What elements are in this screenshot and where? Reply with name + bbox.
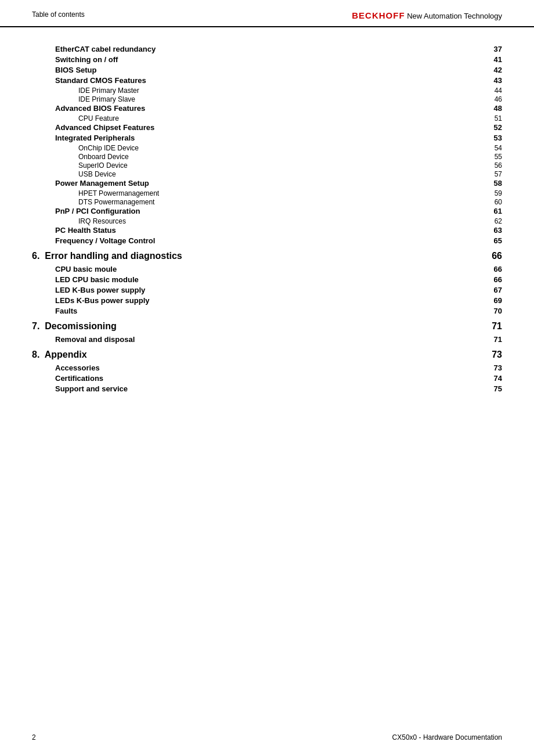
- toc-entry[interactable]: Accessories73: [32, 363, 502, 372]
- toc-entry[interactable]: Onboard Device55: [32, 153, 502, 161]
- page-footer: 2 CX50x0 - Hardware Documentation: [0, 733, 534, 741]
- toc-entry-label: OnChip IDE Device: [78, 144, 139, 152]
- toc-entry-page: 66: [485, 251, 502, 261]
- toc-entry-label: DTS Powermanagement: [78, 198, 154, 206]
- toc-entry-label: Support and service: [55, 384, 128, 393]
- toc-entry-page: 43: [485, 76, 502, 85]
- toc-entry[interactable]: Faults70: [32, 307, 502, 315]
- toc-entry-label: USB Device: [78, 170, 116, 178]
- toc-entry-label: Accessories: [55, 363, 100, 372]
- toc-entry[interactable]: Switching on / off41: [32, 55, 502, 64]
- toc-entry[interactable]: BIOS Setup42: [32, 66, 502, 74]
- toc-entry-label: Faults: [55, 307, 77, 315]
- toc-entry[interactable]: LEDs K-Bus power supply69: [32, 296, 502, 305]
- toc-entry-page: 66: [485, 275, 502, 284]
- toc-entry-page: 71: [485, 335, 502, 344]
- toc-entry-page: 37: [485, 45, 502, 53]
- toc-entry[interactable]: DTS Powermanagement60: [32, 198, 502, 206]
- toc-entry[interactable]: IDE Primary Slave46: [32, 95, 502, 103]
- toc-entry-label: PC Health Status: [55, 226, 116, 235]
- toc-entry-page: 48: [485, 104, 502, 113]
- toc-entry-label: LED K-Bus power supply: [55, 286, 145, 294]
- toc-entry-page: 44: [485, 87, 502, 95]
- toc-entry-label: IDE Primary Slave: [78, 95, 135, 103]
- toc-entry[interactable]: Certifications74: [32, 374, 502, 383]
- toc-entry-label: BIOS Setup: [55, 66, 97, 74]
- toc-entry[interactable]: IRQ Resources62: [32, 217, 502, 225]
- toc-entry-label: 6. Error handling and diagnostics: [32, 251, 182, 261]
- toc-entry[interactable]: 8. Appendix73: [32, 350, 502, 360]
- toc-entry-page: 46: [485, 95, 502, 103]
- toc-entry[interactable]: OnChip IDE Device54: [32, 144, 502, 152]
- toc-entry-page: 55: [485, 153, 502, 161]
- toc-entry[interactable]: Advanced Chipset Features52: [32, 123, 502, 132]
- toc-entry-page: 74: [485, 374, 502, 383]
- toc-entry[interactable]: SuperIO Device56: [32, 161, 502, 170]
- toc-entry[interactable]: Integrated Peripherals53: [32, 134, 502, 142]
- footer-page-number: 2: [32, 733, 36, 741]
- toc-entry[interactable]: Standard CMOS Features43: [32, 76, 502, 85]
- toc-entry[interactable]: CPU Feature51: [32, 114, 502, 123]
- toc-entry[interactable]: EtherCAT cabel redundancy37: [32, 45, 502, 53]
- toc-entry-page: 42: [485, 66, 502, 74]
- toc-entry-label: Frequency / Voltage Control: [55, 236, 155, 245]
- toc-entry-label: CPU basic moule: [55, 265, 117, 273]
- header-tagline: New Automation Technology: [405, 12, 502, 20]
- toc-entry-label: SuperIO Device: [78, 161, 128, 170]
- toc-entry-label: Integrated Peripherals: [55, 134, 135, 142]
- toc-entry-page: 61: [485, 207, 502, 215]
- header-section-label: Table of contents: [32, 10, 85, 19]
- toc-entry-label: LEDs K-Bus power supply: [55, 296, 150, 305]
- toc-entry-label: Standard CMOS Features: [55, 76, 146, 85]
- toc-entry-page: 66: [485, 265, 502, 273]
- toc-entry-label: Power Management Setup: [55, 179, 149, 188]
- toc-entry-label: IDE Primary Master: [78, 87, 139, 95]
- toc-entry[interactable]: HPET Powermanagement59: [32, 189, 502, 197]
- toc-entry[interactable]: Removal and disposal71: [32, 335, 502, 344]
- toc-entry[interactable]: LED CPU basic module66: [32, 275, 502, 284]
- footer-doc-title: CX50x0 - Hardware Documentation: [392, 733, 502, 741]
- toc-entry[interactable]: IDE Primary Master44: [32, 87, 502, 95]
- toc-entry[interactable]: USB Device57: [32, 170, 502, 178]
- toc-entry-page: 57: [485, 170, 502, 178]
- toc-entry-label: 8. Appendix: [32, 350, 87, 360]
- toc-entry[interactable]: 6. Error handling and diagnostics66: [32, 251, 502, 261]
- toc-entry-page: 58: [485, 179, 502, 188]
- page-header: Table of contents BECKHOFF New Automatio…: [0, 0, 534, 27]
- header-brand: BECKHOFF New Automation Technology: [352, 10, 502, 20]
- toc-entry-label: HPET Powermanagement: [78, 189, 159, 197]
- toc-entry-page: 73: [485, 350, 502, 360]
- toc-entry-label: LED CPU basic module: [55, 275, 139, 284]
- toc-entry-page: 62: [485, 217, 502, 225]
- toc-entry-page: 63: [485, 226, 502, 235]
- beckhoff-logo: BECKHOFF: [352, 10, 405, 20]
- toc-entry-page: 71: [485, 321, 502, 332]
- toc-entry-label: Removal and disposal: [55, 335, 135, 344]
- toc-entry[interactable]: PnP / PCI Configuration61: [32, 207, 502, 215]
- toc-entry-label: 7. Decomissioning: [32, 321, 117, 332]
- toc-entry-label: IRQ Resources: [78, 217, 126, 225]
- toc-entry[interactable]: Support and service75: [32, 384, 502, 393]
- toc-entry[interactable]: 7. Decomissioning71: [32, 321, 502, 332]
- toc-entry-page: 69: [485, 296, 502, 305]
- toc-entry-label: Switching on / off: [55, 55, 118, 64]
- toc-content: EtherCAT cabel redundancy37Switching on …: [0, 27, 534, 430]
- toc-entry-label: Onboard Device: [78, 153, 129, 161]
- toc-entry[interactable]: LED K-Bus power supply67: [32, 286, 502, 294]
- toc-entry-label: Advanced BIOS Features: [55, 104, 145, 113]
- toc-entry-page: 65: [485, 236, 502, 245]
- toc-entry-label: Advanced Chipset Features: [55, 123, 154, 132]
- toc-entry-page: 52: [485, 123, 502, 132]
- toc-entry-page: 51: [485, 114, 502, 123]
- toc-entry[interactable]: Power Management Setup58: [32, 179, 502, 188]
- toc-entry-label: Certifications: [55, 374, 103, 383]
- toc-entry[interactable]: Frequency / Voltage Control65: [32, 236, 502, 245]
- toc-entry[interactable]: CPU basic moule66: [32, 265, 502, 273]
- toc-entry-page: 53: [485, 134, 502, 142]
- toc-entry-page: 70: [485, 307, 502, 315]
- toc-entry[interactable]: Advanced BIOS Features48: [32, 104, 502, 113]
- toc-entry-page: 59: [485, 189, 502, 197]
- toc-entry-page: 54: [485, 144, 502, 152]
- toc-entry[interactable]: PC Health Status63: [32, 226, 502, 235]
- toc-entry-page: 73: [485, 363, 502, 372]
